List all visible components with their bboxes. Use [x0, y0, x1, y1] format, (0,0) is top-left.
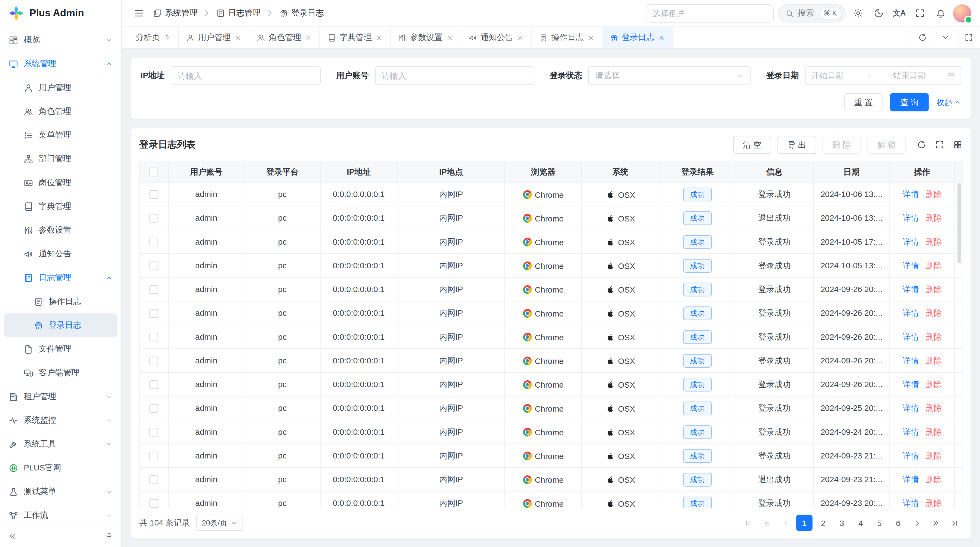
- row-checkbox[interactable]: [150, 333, 158, 341]
- page-button-3[interactable]: 3: [834, 515, 850, 531]
- global-search-button[interactable]: 搜索 ⌘ K: [778, 4, 846, 22]
- close-icon[interactable]: [305, 34, 312, 41]
- maximize-content-button[interactable]: [957, 27, 980, 48]
- prev-5-pages-button[interactable]: [759, 515, 775, 531]
- collapse-sidebar-icon[interactable]: [8, 532, 16, 541]
- user-avatar[interactable]: [953, 4, 971, 22]
- detail-link[interactable]: 详情: [902, 189, 919, 199]
- row-checkbox[interactable]: [150, 404, 158, 413]
- sidebar-item-system-monitor[interactable]: 系统监控: [0, 408, 121, 432]
- delete-link[interactable]: 删除: [926, 332, 942, 341]
- sidebar-item-menu-management[interactable]: 菜单管理: [0, 123, 121, 147]
- page-button-1[interactable]: 1: [796, 515, 813, 531]
- detail-link[interactable]: 详情: [902, 284, 919, 293]
- table-scrollbar-thumb[interactable]: [958, 183, 961, 263]
- sidebar-item-test-menu[interactable]: 测试菜单: [0, 480, 121, 503]
- sidebar-item-system-management[interactable]: 系统管理: [0, 52, 121, 76]
- table-row[interactable]: admin pc 0:0:0:0:0:0:0:1 内网IP Chrome OSX…: [140, 372, 962, 396]
- refresh-tab-button[interactable]: [911, 27, 934, 48]
- detail-link[interactable]: 详情: [902, 474, 919, 483]
- pin-icon[interactable]: [164, 34, 171, 41]
- detail-link[interactable]: 详情: [902, 403, 919, 412]
- collapse-filter-link[interactable]: 收起: [936, 97, 961, 108]
- page-size-select[interactable]: 20条/页: [196, 515, 243, 531]
- sidebar-item-role-management[interactable]: 角色管理: [0, 99, 121, 123]
- sidebar-item-notice[interactable]: 通知公告: [0, 242, 121, 266]
- sidebar-item-dict-management[interactable]: 字典管理: [0, 195, 121, 218]
- close-icon[interactable]: [517, 34, 524, 41]
- sidebar-item-login-log[interactable]: 登录日志: [4, 313, 118, 337]
- sidebar-item-plus-site[interactable]: PLUS官网: [0, 456, 121, 480]
- row-checkbox[interactable]: [150, 190, 158, 199]
- sidebar-item-workflow[interactable]: 工作流: [0, 503, 121, 525]
- tab-dict-management[interactable]: 字典管理: [320, 27, 391, 48]
- delete-link[interactable]: 删除: [926, 403, 942, 412]
- tab-role-management[interactable]: 角色管理: [249, 27, 320, 48]
- table-row[interactable]: admin pc 0:0:0:0:0:0:0:1 内网IP Chrome OSX…: [140, 325, 962, 349]
- next-page-button[interactable]: [909, 515, 925, 531]
- detail-link[interactable]: 详情: [902, 308, 919, 317]
- page-button-6[interactable]: 6: [890, 515, 906, 531]
- clear-button[interactable]: 清 空: [733, 136, 771, 154]
- ip-input[interactable]: [171, 66, 321, 85]
- sidebar-item-overview[interactable]: 概览: [0, 28, 121, 52]
- delete-link[interactable]: 删除: [926, 379, 942, 388]
- row-checkbox[interactable]: [150, 238, 158, 247]
- sidebar-item-log-management[interactable]: 日志管理: [0, 266, 121, 290]
- delete-link[interactable]: 删除: [926, 356, 942, 365]
- detail-link[interactable]: 详情: [902, 356, 919, 365]
- row-checkbox[interactable]: [150, 452, 158, 460]
- tab-analysis[interactable]: 分析页: [128, 27, 179, 48]
- page-button-5[interactable]: 5: [871, 515, 888, 531]
- sidebar-item-user-management[interactable]: 用户管理: [0, 76, 121, 99]
- table-row[interactable]: admin pc 0:0:0:0:0:0:0:1 内网IP Chrome OSX…: [140, 491, 962, 508]
- detail-link[interactable]: 详情: [902, 498, 919, 507]
- delete-link[interactable]: 删除: [926, 451, 942, 460]
- toggle-sidebar-button[interactable]: [130, 5, 147, 21]
- table-row[interactable]: admin pc 0:0:0:0:0:0:0:1 内网IP Chrome OSX…: [140, 277, 962, 301]
- account-input[interactable]: [375, 66, 534, 85]
- page-button-4[interactable]: 4: [853, 515, 869, 531]
- delete-link[interactable]: 删除: [926, 427, 942, 436]
- table-row[interactable]: admin pc 0:0:0:0:0:0:0:1 内网IP Chrome OSX…: [140, 396, 962, 420]
- sidebar-item-operation-log[interactable]: 操作日志: [0, 290, 121, 313]
- row-checkbox[interactable]: [150, 476, 158, 484]
- tab-login-log[interactable]: 登录日志: [603, 27, 673, 48]
- delete-link[interactable]: 删除: [926, 308, 942, 317]
- breadcrumb-log-management[interactable]: 日志管理: [216, 8, 261, 19]
- table-row[interactable]: admin pc 0:0:0:0:0:0:0:1 内网IP Chrome OSX…: [140, 206, 962, 230]
- table-row[interactable]: admin pc 0:0:0:0:0:0:0:1 内网IP Chrome OSX…: [140, 182, 962, 206]
- tab-user-management[interactable]: 用户管理: [179, 27, 249, 48]
- table-row[interactable]: admin pc 0:0:0:0:0:0:0:1 内网IP Chrome OSX…: [140, 230, 962, 254]
- login-date-range-picker[interactable]: 开始日期 结束日期: [805, 66, 961, 85]
- delete-button[interactable]: 删 除: [822, 136, 861, 154]
- sidebar-item-param-settings[interactable]: 参数设置: [0, 218, 121, 242]
- sidebar-item-file-management[interactable]: 文件管理: [0, 337, 121, 361]
- sidebar-item-tenant-management[interactable]: 租户管理: [0, 384, 121, 408]
- detail-link[interactable]: 详情: [902, 237, 919, 246]
- tab-notice[interactable]: 通知公告: [461, 27, 531, 48]
- query-button[interactable]: 查 询: [890, 93, 929, 112]
- close-icon[interactable]: [658, 34, 665, 41]
- language-button[interactable]: 文A: [891, 5, 908, 21]
- app-logo[interactable]: Plus Admin: [0, 0, 121, 26]
- table-row[interactable]: admin pc 0:0:0:0:0:0:0:1 内网IP Chrome OSX…: [140, 254, 962, 277]
- row-checkbox[interactable]: [150, 309, 158, 318]
- row-checkbox[interactable]: [150, 285, 158, 294]
- refresh-icon[interactable]: [917, 140, 926, 149]
- row-checkbox[interactable]: [150, 262, 158, 270]
- select-all-checkbox[interactable]: [150, 168, 158, 177]
- delete-link[interactable]: 删除: [926, 474, 942, 483]
- breadcrumb-login-log[interactable]: 登录日志: [279, 8, 324, 19]
- delete-link[interactable]: 删除: [926, 498, 942, 507]
- sidebar-item-post-management[interactable]: 岗位管理: [0, 171, 121, 195]
- delete-link[interactable]: 删除: [926, 213, 942, 222]
- tab-menu-button[interactable]: [934, 27, 957, 48]
- notifications-button[interactable]: [932, 5, 949, 21]
- delete-link[interactable]: 删除: [926, 260, 942, 270]
- tab-operation-log[interactable]: 操作日志: [532, 27, 603, 48]
- detail-link[interactable]: 详情: [902, 451, 919, 460]
- last-page-button[interactable]: [946, 515, 963, 531]
- close-icon[interactable]: [446, 34, 453, 41]
- export-button[interactable]: 导 出: [778, 136, 816, 154]
